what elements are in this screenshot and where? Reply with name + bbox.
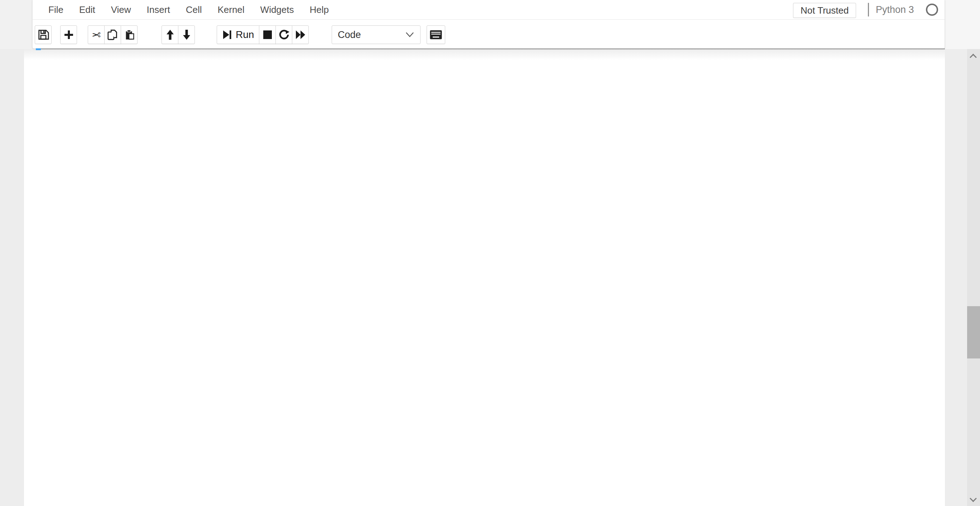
menu-item-insert[interactable]: Insert: [139, 4, 178, 15]
copy-icon: [107, 29, 119, 41]
vertical-scrollbar[interactable]: [967, 49, 980, 506]
stop-icon: [263, 30, 272, 40]
menu-item-cell[interactable]: Cell: [178, 4, 210, 15]
paste-icon: [123, 29, 135, 41]
move-cell-down-button[interactable]: [178, 25, 195, 44]
copy-cells-button[interactable]: [104, 25, 121, 44]
interrupt-kernel-button[interactable]: [259, 25, 276, 44]
cut-cells-button[interactable]: ✂: [88, 25, 105, 44]
arrow-down-icon: [181, 29, 192, 40]
restart-kernel-button[interactable]: [275, 25, 292, 44]
cell-type-select[interactable]: Code: [332, 25, 420, 44]
menu-item-file[interactable]: File: [40, 4, 71, 15]
menu-item-edit[interactable]: Edit: [71, 4, 103, 15]
menu-item-view[interactable]: View: [103, 4, 139, 15]
restart-run-all-button[interactable]: [292, 25, 309, 44]
header-bottom-edge: [36, 48, 945, 49]
kernel-name-label: Python 3: [876, 4, 914, 15]
menu-item-kernel[interactable]: Kernel: [210, 4, 252, 15]
kernel-idle-circle-icon: [926, 3, 938, 16]
keyboard-icon: [430, 30, 442, 40]
menu-item-help[interactable]: Help: [302, 4, 337, 15]
plus-icon: [64, 29, 74, 40]
header-shadow: [24, 49, 945, 60]
chevron-up-icon[interactable]: [970, 54, 977, 61]
toolbar: ✂: [33, 20, 945, 48]
notebook-area: [24, 49, 945, 506]
step-forward-icon: [222, 30, 232, 40]
run-button-label: Run: [236, 29, 254, 40]
page-background-right: [945, 0, 980, 49]
paste-cells-button[interactable]: [121, 25, 138, 44]
scrollbar-thumb[interactable]: [967, 306, 980, 358]
chevron-down-icon: [405, 32, 414, 38]
arrow-up-icon: [165, 29, 175, 40]
not-trusted-button[interactable]: Not Trusted: [793, 3, 856, 18]
move-cell-up-button[interactable]: [162, 25, 178, 44]
insert-cell-below-button[interactable]: [60, 25, 77, 44]
notebook-header: FileEditViewInsertCellKernelWidgetsHelp …: [32, 0, 945, 49]
page-background-left: [0, 0, 32, 49]
cell-type-value: Code: [338, 29, 361, 40]
menu-item-widgets[interactable]: Widgets: [253, 4, 302, 15]
run-button[interactable]: Run: [217, 25, 259, 44]
selected-cell-border-fragment: [36, 48, 41, 50]
kernel-divider: [868, 3, 869, 16]
save-button[interactable]: [35, 25, 52, 44]
scissors-cut-icon: ✂: [92, 29, 101, 41]
restart-icon: [279, 29, 290, 40]
fast-forward-icon: [295, 30, 306, 40]
floppy-save-icon: [37, 29, 49, 41]
command-palette-button[interactable]: [426, 25, 445, 44]
chevron-down-icon[interactable]: [970, 495, 977, 502]
